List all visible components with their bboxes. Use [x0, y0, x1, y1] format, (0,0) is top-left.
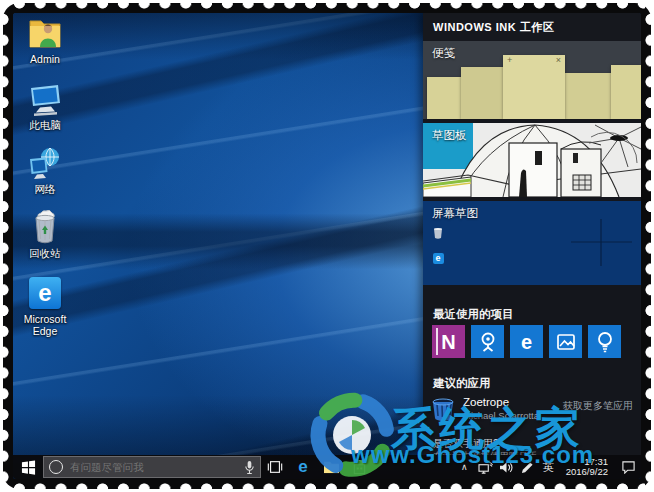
- suggested-app-developer: Michael Sciarrotta: [463, 410, 539, 421]
- taskbar-clock[interactable]: 17:31 2016/9/22: [559, 457, 615, 478]
- folder-icon: [323, 460, 340, 474]
- desktop-icon-recycle-bin[interactable]: 回收站: [15, 209, 75, 259]
- mini-edge-icon: e: [429, 253, 447, 264]
- windows-desktop: Admin 此电脑: [13, 13, 641, 479]
- tips-tile[interactable]: [588, 325, 621, 358]
- desktop-icon-admin[interactable]: Admin: [15, 15, 75, 65]
- camera-tile[interactable]: [471, 325, 504, 358]
- stamp-scallop-left: [0, 9, 10, 483]
- file-explorer-button[interactable]: [317, 455, 345, 479]
- desktop-icon-edge[interactable]: e Microsoft Edge: [15, 275, 75, 337]
- photos-tile[interactable]: [549, 325, 582, 358]
- edge-glyph: e: [38, 279, 51, 307]
- sticky-note: [461, 67, 507, 119]
- edge-tile[interactable]: e: [510, 325, 543, 358]
- note-close-icon: ×: [556, 56, 561, 65]
- ambidextrous-question: 是否双手通用?: [433, 437, 499, 451]
- taskbar-edge-button[interactable]: e: [289, 455, 317, 479]
- store-bag-icon: [352, 460, 367, 475]
- system-tray: ∧: [454, 455, 641, 479]
- stamp-frame: Admin 此电脑: [3, 3, 651, 489]
- stamp-scallop-top: [9, 0, 645, 10]
- edge-icon: e: [26, 275, 64, 311]
- recycle-bin-icon: [26, 209, 64, 245]
- get-more-pen-apps-link[interactable]: 获取更多笔应用: [563, 399, 633, 413]
- sticky-note: [611, 65, 641, 119]
- zoetrope-app-icon: [430, 396, 456, 422]
- suggested-app-name: Zoetrope: [463, 396, 539, 408]
- wallpaper-window-line: [571, 241, 632, 243]
- network-icon: [478, 461, 493, 474]
- screenshot: Admin 此电脑: [0, 0, 654, 492]
- volume-tray-button[interactable]: [496, 455, 517, 479]
- onenote-icon: N: [441, 332, 455, 352]
- edge-icon: e: [298, 457, 307, 477]
- store-button[interactable]: [345, 455, 373, 479]
- desktop-icon-label: 回收站: [15, 247, 75, 259]
- start-button[interactable]: [13, 455, 43, 479]
- user-folder-icon: [26, 15, 64, 51]
- edge-icon: e: [521, 332, 532, 352]
- windows-logo-icon: [21, 460, 36, 475]
- onenote-tile[interactable]: N: [432, 325, 465, 358]
- recent-items-row: N e: [432, 325, 621, 358]
- task-view-button[interactable]: [261, 455, 289, 479]
- cortana-icon: [49, 460, 63, 474]
- suggested-apps-title: 建议的应用: [433, 376, 491, 391]
- taskbar: e ∧: [13, 455, 641, 479]
- desktop-icon-label: Microsoft Edge: [15, 313, 75, 337]
- stamp-scallop-bottom: [9, 482, 645, 492]
- lightbulb-icon: [593, 330, 617, 354]
- sticky-note-front: + ×: [503, 55, 565, 119]
- suggested-app-zoetrope[interactable]: Zoetrope Michael Sciarrotta: [430, 396, 539, 422]
- edge-glyph: e: [435, 253, 440, 263]
- clock-date: 2016/9/22: [566, 467, 608, 478]
- pen-tray-button[interactable]: [517, 455, 538, 479]
- network-tray-button[interactable]: [475, 455, 496, 479]
- ime-language-indicator[interactable]: 英: [538, 455, 559, 479]
- action-center-icon: [621, 460, 636, 474]
- sticky-notes-label: 便笺: [432, 46, 455, 61]
- search-input[interactable]: [68, 460, 239, 474]
- sketchpad-label: 草图板: [432, 128, 467, 143]
- screen-sketch-tile[interactable]: 屏幕草图 e: [423, 201, 641, 285]
- sketchpad-tile[interactable]: 草图板: [423, 123, 641, 197]
- taskbar-search-box[interactable]: [43, 456, 261, 478]
- action-center-button[interactable]: [615, 455, 641, 479]
- camera-icon: [476, 330, 500, 354]
- sticky-notes-tile[interactable]: 便笺 + ×: [423, 41, 641, 119]
- screen-sketch-label: 屏幕草图: [432, 206, 478, 221]
- sticky-note: [565, 73, 613, 119]
- microphone-icon[interactable]: [244, 460, 255, 475]
- windows-ink-workspace-panel: WINDOWS INK 工作区 便笺 + ×: [423, 13, 641, 455]
- desktop-icon-network[interactable]: 网络: [15, 145, 75, 195]
- ink-panel-title: WINDOWS INK 工作区: [423, 13, 641, 41]
- network-icon: [26, 145, 64, 181]
- photos-icon: [554, 330, 578, 354]
- desktop-icon-label: 网络: [15, 183, 75, 195]
- desktop-icon-label: Admin: [15, 53, 75, 65]
- task-view-icon: [267, 460, 283, 474]
- stamp-scallop-right: [644, 9, 654, 483]
- desktop-icon-this-pc[interactable]: 此电脑: [15, 81, 75, 131]
- computer-icon: [26, 81, 64, 117]
- pen-icon: [520, 461, 534, 474]
- tray-overflow-chevron[interactable]: ∧: [454, 455, 475, 479]
- note-add-icon: +: [507, 56, 512, 65]
- recent-items-title: 最近使用的项目: [433, 307, 514, 322]
- desktop-icon-label: 此电脑: [15, 119, 75, 131]
- mini-recycle-bin-icon: [429, 227, 447, 239]
- speaker-icon: [499, 461, 514, 474]
